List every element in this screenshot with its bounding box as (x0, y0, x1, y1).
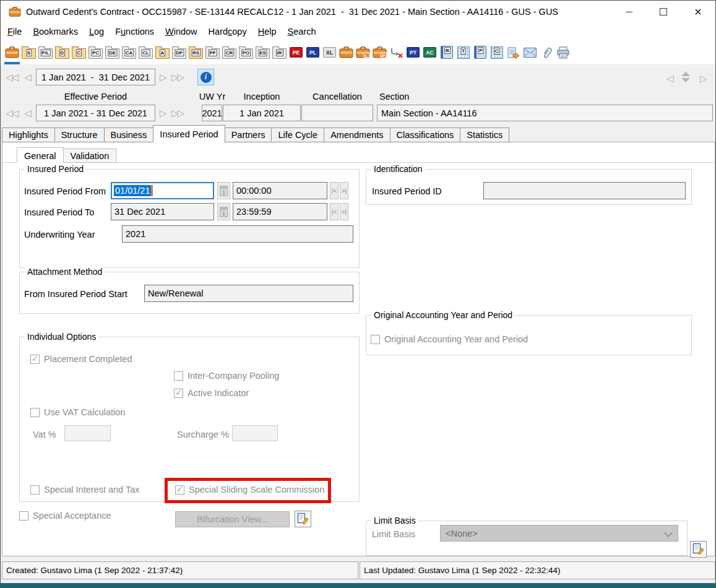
pl-module-icon[interactable]: PL (306, 46, 320, 59)
from-time-start-button[interactable]: |< (330, 182, 339, 199)
menu-file[interactable]: File (2, 25, 27, 38)
menu-window[interactable]: Window (160, 25, 203, 38)
folder-pf-icon[interactable]: PF (205, 46, 220, 59)
folder-a-icon[interactable]: A (155, 46, 170, 59)
table-c-icon[interactable]: C (490, 46, 504, 59)
special-acceptance-checkbox[interactable] (19, 511, 28, 521)
nav-first-record-icon[interactable]: ◁◁ (6, 69, 17, 85)
nav-next-record-icon[interactable]: ▷ (160, 69, 166, 85)
from-time-end-button[interactable]: >| (340, 182, 348, 199)
to-time-start-button[interactable]: |< (330, 203, 339, 220)
folder-po-icon[interactable]: PO (239, 46, 253, 59)
folder-dp-icon[interactable]: DP (172, 46, 186, 59)
inter-company-pooling-checkbox[interactable] (174, 371, 183, 381)
tab-business[interactable]: Business (104, 128, 154, 142)
period-prev-icon[interactable]: ◁ (24, 105, 30, 121)
pt-module-icon[interactable]: PT (406, 46, 420, 59)
menu-log[interactable]: Log (84, 25, 110, 38)
special-interest-tax-checkbox[interactable] (30, 485, 40, 495)
limit-basis-dropdown[interactable]: <None> (440, 525, 678, 542)
bifurcation-view-button[interactable]: Bifurcation View... (175, 511, 290, 527)
mail-envelope-icon[interactable] (523, 46, 537, 59)
book-p-icon[interactable]: P (473, 46, 487, 59)
folder-cl-icon[interactable]: CL (139, 46, 153, 59)
folder-ir-icon[interactable]: IR (272, 46, 287, 59)
menu-hardcopy[interactable]: Hardcopy (203, 25, 252, 38)
edit-limit-basis-button[interactable] (690, 541, 707, 558)
vat-percent-input[interactable] (64, 425, 111, 441)
tab-amendments[interactable]: Amendments (324, 128, 390, 142)
detach-arrow-icon[interactable] (389, 46, 403, 59)
menu-bookmarks[interactable]: Bookmarks (27, 25, 84, 38)
edit-notes-button[interactable] (295, 511, 311, 527)
nav-prev-record-icon[interactable]: ◁ (24, 69, 30, 85)
section-sort-icon[interactable] (681, 72, 690, 82)
report-list-icon[interactable] (506, 46, 520, 59)
info-button[interactable]: i (197, 69, 214, 85)
tab-classifications[interactable]: Classifications (390, 128, 461, 142)
folder-c-icon[interactable]: C (72, 46, 86, 59)
print-icon[interactable] (556, 46, 571, 59)
period-range-value[interactable]: 1 Jan 2021 - 31 Dec 2021 (36, 105, 155, 121)
xl-module-icon[interactable]: XL (322, 46, 337, 59)
pe-module-icon[interactable]: PE (289, 46, 303, 59)
contract-p-briefcase-icon[interactable]: P (373, 46, 387, 59)
special-sliding-scale-checkbox[interactable] (175, 485, 184, 495)
period-next-icon[interactable]: ▷ (160, 105, 166, 121)
close-button[interactable]: ✕ (681, 1, 715, 23)
section-prev-icon[interactable]: ◁ (666, 70, 673, 87)
cancellation-label: Cancellation (301, 92, 373, 102)
folder-rs-icon[interactable]: RS (189, 46, 203, 59)
section-next-icon[interactable]: ▷ (700, 70, 706, 87)
subtab-general[interactable]: General (17, 147, 64, 163)
to-calendar-button[interactable]: 1 (217, 203, 230, 220)
insured-period-id-input[interactable] (483, 182, 686, 199)
attachment-method-input[interactable]: New/Renewal (144, 285, 353, 302)
tab-life-cycle[interactable]: Life Cycle (271, 128, 324, 142)
folder-cr-icon[interactable]: CR (222, 46, 236, 59)
folder-pl-icon[interactable]: P/L (38, 46, 53, 59)
nav-last-record-icon[interactable]: ▷▷ (171, 69, 183, 85)
insured-period-from-input[interactable]: 01/01/21 (111, 182, 214, 199)
active-indicator-checkbox[interactable] (174, 389, 183, 398)
insured-period-from-time-input[interactable]: 00:00:00 (233, 182, 327, 199)
contract-briefcase-icon[interactable] (5, 46, 19, 59)
effective-period-navigator-value[interactable]: 1 Jan 2021 - 31 Dec 2021 (36, 69, 155, 85)
folder-de-icon[interactable]: DE (105, 46, 119, 59)
folder-d-icon[interactable]: D (55, 46, 69, 59)
selected-text: 01/01/21 (114, 185, 151, 196)
menu-search[interactable]: Search (282, 25, 322, 38)
contract-copy-briefcase-icon[interactable] (339, 46, 353, 59)
tab-statistics[interactable]: Statistics (460, 128, 509, 142)
period-first-icon[interactable]: ◁◁ (6, 105, 17, 121)
tab-highlights[interactable]: Highlights (2, 128, 55, 142)
subtab-validation[interactable]: Validation (63, 149, 117, 163)
ac-module-icon[interactable]: AC (423, 46, 437, 59)
folder-ca-icon[interactable]: CA (122, 46, 136, 59)
tab-partners[interactable]: Partners (225, 128, 272, 142)
surcharge-percent-input[interactable] (232, 425, 278, 441)
menu-help[interactable]: Help (252, 25, 282, 38)
use-vat-calculation-checkbox[interactable] (30, 408, 40, 417)
insured-period-to-time-input[interactable]: 23:59:59 (233, 203, 327, 220)
menu-functions[interactable]: Functions (110, 25, 160, 38)
contract-l-briefcase-icon[interactable]: L (356, 46, 370, 59)
from-calendar-button[interactable]: 1 (217, 182, 230, 199)
period-last-icon[interactable]: ▷▷ (171, 105, 183, 121)
maximize-button[interactable] (646, 1, 681, 23)
book-b-icon[interactable]: B (439, 46, 454, 59)
folder-pc-icon[interactable]: PC (88, 46, 103, 59)
original-accounting-checkbox[interactable] (371, 335, 380, 344)
tab-structure[interactable]: Structure (54, 128, 105, 142)
to-time-end-button[interactable]: >| (340, 203, 348, 220)
underwriting-year-input[interactable]: 2021 (122, 225, 353, 243)
insured-period-legend: Insured Period (25, 164, 86, 174)
folder-s-icon[interactable]: S (22, 46, 36, 59)
tab-insured-period[interactable]: Insured Period (153, 125, 225, 142)
attachment-paperclip-icon[interactable] (540, 46, 554, 59)
table-t-icon[interactable]: T (456, 46, 470, 59)
insured-period-to-input[interactable]: 31 Dec 2021 (111, 203, 214, 220)
minimize-button[interactable] (611, 1, 646, 23)
placement-completed-checkbox[interactable] (30, 355, 40, 364)
folder-es-icon[interactable]: ES (256, 46, 270, 59)
